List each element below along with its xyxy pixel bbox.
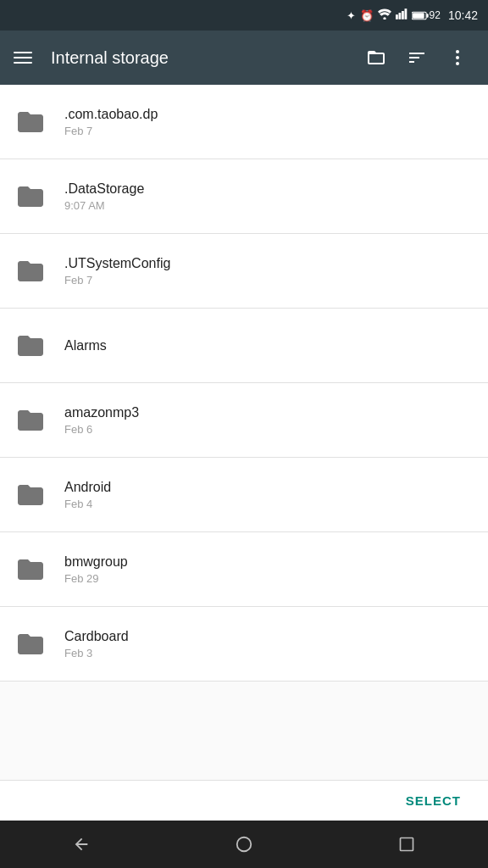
svg-rect-6 [426,14,428,17]
item-details: .DataStorage 9:07 AM [64,181,144,212]
item-date: Feb 4 [64,498,111,510]
item-name: .DataStorage [64,181,144,197]
page-title: Internal storage [51,48,346,68]
svg-point-11 [237,837,252,852]
item-date: Feb 7 [64,125,158,137]
folder-icon [14,403,47,437]
folder-icon [14,180,47,214]
status-bar: ✦ ⏰ 92 [0,0,488,31]
item-date: 9:07 AM [64,199,144,212]
folder-icon [14,254,47,288]
alarm-icon: ⏰ [360,9,374,22]
item-name: bmwgroup [64,554,128,570]
svg-point-8 [456,50,459,53]
folder-icon [14,627,47,661]
item-details: Android Feb 4 [64,480,111,510]
wifi-icon [378,8,391,22]
item-details: .UTSystemConfig Feb 7 [64,256,170,287]
item-name: Cardboard [64,629,129,644]
item-details: Cardboard Feb 3 [64,629,129,659]
folder-icon [14,553,47,587]
folder-icon [14,329,47,363]
more-options-button[interactable] [441,41,474,75]
item-details: bmwgroup Feb 29 [64,554,128,585]
bluetooth-icon: ✦ [347,9,356,22]
home-button[interactable] [220,821,268,868]
file-list: .com.taobao.dp Feb 7 .DataStorage 9:07 A… [0,85,488,780]
list-item[interactable]: Alarms [0,309,488,383]
hamburger-icon [14,52,32,53]
item-name: .com.taobao.dp [64,107,158,122]
item-name: Alarms [64,338,107,353]
item-details: .com.taobao.dp Feb 7 [64,107,158,137]
svg-rect-4 [404,8,407,19]
hamburger-icon [14,57,32,58]
folder-icon [14,105,47,139]
folder-icon [14,478,47,512]
svg-point-9 [456,56,459,59]
svg-rect-2 [398,13,401,19]
signal-icon [396,8,408,22]
nav-bar [0,821,488,868]
new-folder-button[interactable] [359,41,393,75]
item-date: Feb 29 [64,572,128,585]
battery-level: 92 [430,9,441,21]
back-button[interactable] [58,821,105,868]
svg-point-0 [383,17,385,19]
item-details: amazonmp3 Feb 6 [64,405,139,436]
item-name: .UTSystemConfig [64,256,170,271]
hamburger-icon [14,62,32,64]
list-item[interactable]: .UTSystemConfig Feb 7 [0,234,488,309]
status-time: 10:42 [448,8,478,22]
app-bar: Internal storage [0,31,488,85]
item-details: Alarms [64,338,107,353]
list-item[interactable]: amazonmp3 Feb 6 [0,383,488,458]
svg-rect-1 [396,14,398,19]
recents-button[interactable] [383,821,430,868]
list-item[interactable]: Cardboard Feb 3 [0,607,488,682]
item-date: Feb 6 [64,423,139,436]
sort-button[interactable] [400,41,434,75]
svg-rect-3 [402,11,404,19]
item-name: Android [64,480,111,495]
app-bar-actions [359,41,474,75]
select-button[interactable]: SELECT [396,787,471,815]
svg-rect-12 [401,838,413,851]
list-item[interactable]: Android Feb 4 [0,458,488,532]
list-item[interactable]: .com.taobao.dp Feb 7 [0,85,488,159]
list-item[interactable]: bmwgroup Feb 29 [0,532,488,607]
status-icons: ✦ ⏰ 92 [347,8,478,22]
menu-button[interactable] [14,52,37,64]
bottom-action-bar: SELECT [0,780,488,821]
battery-icon: 92 [412,9,441,21]
svg-rect-7 [413,13,424,18]
item-name: amazonmp3 [64,405,139,420]
item-date: Feb 7 [64,274,170,287]
item-date: Feb 3 [64,647,129,659]
list-item[interactable]: .DataStorage 9:07 AM [0,159,488,234]
svg-point-10 [456,62,459,65]
